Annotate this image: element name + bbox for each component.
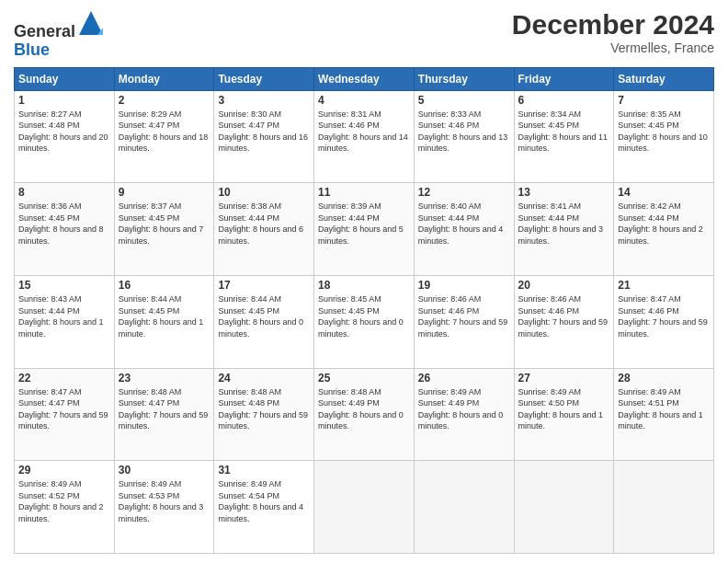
calendar-cell: 25Sunrise: 8:48 AMSunset: 4:49 PMDayligh… (314, 368, 415, 461)
day-number: 27 (518, 372, 610, 385)
weekday-header-thursday: Thursday (414, 67, 514, 90)
day-info: Sunrise: 8:47 AMSunset: 4:46 PMDaylight:… (618, 294, 708, 339)
calendar-cell: 2Sunrise: 8:29 AMSunset: 4:47 PMDaylight… (114, 90, 214, 183)
calendar-cell: 12Sunrise: 8:40 AMSunset: 4:44 PMDayligh… (414, 183, 514, 276)
weekday-header-friday: Friday (514, 67, 614, 90)
calendar-cell: 22Sunrise: 8:47 AMSunset: 4:47 PMDayligh… (15, 368, 115, 461)
calendar-cell: 26Sunrise: 8:49 AMSunset: 4:49 PMDayligh… (414, 368, 514, 461)
calendar-cell (514, 461, 614, 554)
day-info: Sunrise: 8:38 AMSunset: 4:44 PMDaylight:… (218, 201, 303, 246)
day-number: 22 (18, 372, 110, 385)
day-info: Sunrise: 8:37 AMSunset: 4:45 PMDaylight:… (119, 201, 204, 246)
week-row-2: 15Sunrise: 8:43 AMSunset: 4:44 PMDayligh… (15, 275, 714, 368)
day-info: Sunrise: 8:49 AMSunset: 4:49 PMDaylight:… (418, 387, 504, 431)
header: General Blue December 2024 Vermelles, Fr… (14, 9, 714, 60)
calendar-cell (414, 461, 514, 554)
page: General Blue December 2024 Vermelles, Fr… (0, 0, 728, 563)
weekday-header-monday: Monday (114, 67, 214, 90)
calendar-cell: 3Sunrise: 8:30 AMSunset: 4:47 PMDaylight… (214, 90, 314, 183)
day-info: Sunrise: 8:43 AMSunset: 4:44 PMDaylight:… (18, 294, 104, 339)
day-number: 8 (18, 186, 110, 199)
weekday-header-row: SundayMondayTuesdayWednesdayThursdayFrid… (15, 67, 714, 90)
location: Vermelles, France (512, 40, 714, 55)
calendar-cell (614, 461, 714, 554)
calendar-cell (314, 461, 415, 554)
day-info: Sunrise: 8:40 AMSunset: 4:44 PMDaylight:… (418, 201, 504, 246)
day-number: 4 (318, 94, 410, 107)
day-info: Sunrise: 8:44 AMSunset: 4:45 PMDaylight:… (119, 294, 204, 339)
day-info: Sunrise: 8:46 AMSunset: 4:46 PMDaylight:… (418, 294, 508, 339)
day-number: 25 (318, 372, 410, 385)
weekday-header-saturday: Saturday (614, 67, 714, 90)
calendar-cell: 23Sunrise: 8:48 AMSunset: 4:47 PMDayligh… (114, 368, 214, 461)
day-info: Sunrise: 8:47 AMSunset: 4:47 PMDaylight:… (18, 387, 108, 431)
calendar-cell: 14Sunrise: 8:42 AMSunset: 4:44 PMDayligh… (614, 183, 714, 276)
day-number: 17 (218, 279, 310, 292)
day-info: Sunrise: 8:31 AMSunset: 4:46 PMDaylight:… (318, 109, 408, 154)
title-block: December 2024 Vermelles, France (512, 9, 714, 55)
month-title: December 2024 (512, 9, 714, 40)
calendar-cell: 6Sunrise: 8:34 AMSunset: 4:45 PMDaylight… (514, 90, 614, 183)
day-number: 18 (318, 279, 410, 292)
day-number: 20 (518, 279, 610, 292)
calendar-cell: 28Sunrise: 8:49 AMSunset: 4:51 PMDayligh… (614, 368, 714, 461)
calendar-cell: 21Sunrise: 8:47 AMSunset: 4:46 PMDayligh… (614, 275, 714, 368)
calendar-cell: 5Sunrise: 8:33 AMSunset: 4:46 PMDaylight… (414, 90, 514, 183)
day-number: 15 (18, 279, 110, 292)
day-number: 21 (618, 279, 710, 292)
calendar-cell: 1Sunrise: 8:27 AMSunset: 4:48 PMDaylight… (15, 90, 115, 183)
calendar-cell: 24Sunrise: 8:48 AMSunset: 4:48 PMDayligh… (214, 368, 314, 461)
day-number: 30 (119, 464, 210, 477)
calendar-cell: 27Sunrise: 8:49 AMSunset: 4:50 PMDayligh… (514, 368, 614, 461)
day-number: 1 (18, 94, 110, 107)
day-number: 2 (119, 94, 210, 107)
day-info: Sunrise: 8:49 AMSunset: 4:52 PMDaylight:… (18, 479, 104, 523)
day-number: 23 (119, 372, 210, 385)
logo-blue: Blue (14, 40, 50, 59)
day-number: 7 (618, 94, 710, 107)
day-info: Sunrise: 8:48 AMSunset: 4:49 PMDaylight:… (318, 387, 404, 431)
calendar-cell: 18Sunrise: 8:45 AMSunset: 4:45 PMDayligh… (314, 275, 415, 368)
logo-general: General (14, 22, 75, 40)
day-number: 28 (618, 372, 710, 385)
day-info: Sunrise: 8:48 AMSunset: 4:47 PMDaylight:… (119, 387, 209, 431)
weekday-header-wednesday: Wednesday (314, 67, 415, 90)
day-number: 26 (418, 372, 510, 385)
day-number: 12 (418, 186, 510, 199)
day-info: Sunrise: 8:49 AMSunset: 4:53 PMDaylight:… (119, 479, 204, 523)
calendar-cell: 13Sunrise: 8:41 AMSunset: 4:44 PMDayligh… (514, 183, 614, 276)
calendar-cell: 11Sunrise: 8:39 AMSunset: 4:44 PMDayligh… (314, 183, 415, 276)
calendar-cell: 15Sunrise: 8:43 AMSunset: 4:44 PMDayligh… (15, 275, 115, 368)
day-number: 24 (218, 372, 310, 385)
day-number: 29 (18, 464, 110, 477)
weekday-header-sunday: Sunday (15, 67, 115, 90)
calendar-cell: 19Sunrise: 8:46 AMSunset: 4:46 PMDayligh… (414, 275, 514, 368)
day-info: Sunrise: 8:49 AMSunset: 4:51 PMDaylight:… (618, 387, 703, 431)
day-info: Sunrise: 8:41 AMSunset: 4:44 PMDaylight:… (518, 201, 604, 246)
calendar-cell: 30Sunrise: 8:49 AMSunset: 4:53 PMDayligh… (114, 461, 214, 554)
day-info: Sunrise: 8:34 AMSunset: 4:45 PMDaylight:… (518, 109, 609, 154)
calendar-cell: 7Sunrise: 8:35 AMSunset: 4:45 PMDaylight… (614, 90, 714, 183)
day-info: Sunrise: 8:46 AMSunset: 4:46 PMDaylight:… (518, 294, 609, 339)
calendar-cell: 9Sunrise: 8:37 AMSunset: 4:45 PMDaylight… (114, 183, 214, 276)
calendar: SundayMondayTuesdayWednesdayThursdayFrid… (14, 67, 714, 554)
day-number: 14 (618, 186, 710, 199)
day-number: 16 (119, 279, 210, 292)
day-info: Sunrise: 8:29 AMSunset: 4:47 PMDaylight:… (119, 109, 209, 154)
week-row-4: 29Sunrise: 8:49 AMSunset: 4:52 PMDayligh… (15, 461, 714, 554)
calendar-cell: 8Sunrise: 8:36 AMSunset: 4:45 PMDaylight… (15, 183, 115, 276)
day-info: Sunrise: 8:35 AMSunset: 4:45 PMDaylight:… (618, 109, 708, 154)
week-row-0: 1Sunrise: 8:27 AMSunset: 4:48 PMDaylight… (15, 90, 714, 183)
svg-marker-0 (79, 11, 103, 35)
day-info: Sunrise: 8:36 AMSunset: 4:45 PMDaylight:… (18, 201, 104, 246)
calendar-cell: 29Sunrise: 8:49 AMSunset: 4:52 PMDayligh… (15, 461, 115, 554)
day-number: 31 (218, 464, 310, 477)
day-info: Sunrise: 8:42 AMSunset: 4:44 PMDaylight:… (618, 201, 703, 246)
day-info: Sunrise: 8:45 AMSunset: 4:45 PMDaylight:… (318, 294, 404, 339)
day-info: Sunrise: 8:49 AMSunset: 4:54 PMDaylight:… (218, 479, 303, 523)
logo: General Blue (14, 9, 105, 60)
day-number: 11 (318, 186, 410, 199)
day-number: 5 (418, 94, 510, 107)
calendar-cell: 10Sunrise: 8:38 AMSunset: 4:44 PMDayligh… (214, 183, 314, 276)
day-info: Sunrise: 8:48 AMSunset: 4:48 PMDaylight:… (218, 387, 308, 431)
